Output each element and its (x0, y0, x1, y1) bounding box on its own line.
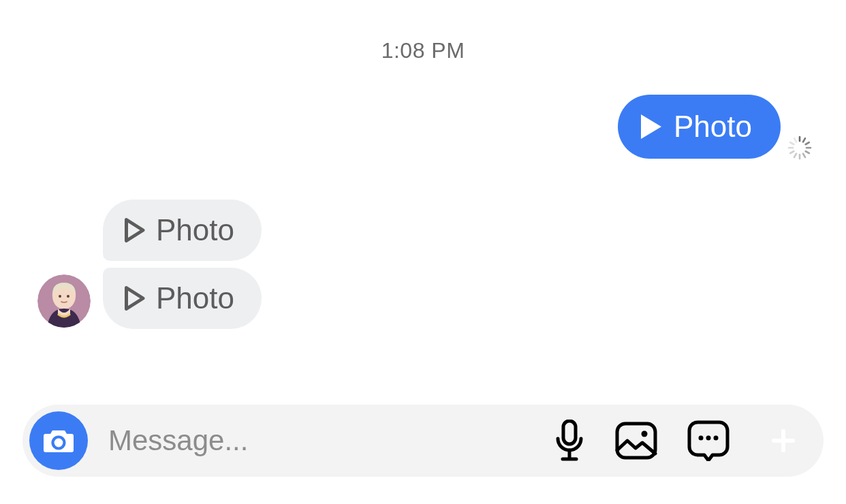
svg-point-27 (714, 436, 719, 441)
svg-marker-17 (127, 220, 144, 241)
message-input[interactable] (95, 424, 547, 457)
incoming-photo-bubble[interactable]: Photo (103, 200, 262, 261)
incoming-bubbles-stack: Photo Photo (103, 200, 262, 329)
svg-line-5 (806, 151, 809, 153)
svg-line-11 (790, 142, 794, 144)
svg-marker-0 (641, 114, 661, 139)
svg-line-6 (803, 154, 805, 157)
outgoing-photo-bubble[interactable]: Photo (618, 95, 781, 159)
svg-rect-23 (617, 424, 655, 458)
conversation-timestamp: 1:08 PM (0, 38, 846, 63)
play-icon (641, 114, 661, 139)
incoming-photo-label: Photo (156, 281, 234, 315)
image-icon (615, 422, 657, 460)
voice-button[interactable] (554, 420, 585, 462)
svg-point-24 (642, 431, 648, 437)
outgoing-photo-label: Photo (674, 110, 752, 144)
message-composer (22, 405, 824, 477)
plus-icon (771, 428, 796, 453)
svg-point-16 (67, 295, 69, 298)
svg-line-8 (794, 154, 796, 157)
incoming-photo-label: Photo (156, 213, 234, 247)
incoming-photo-bubble[interactable]: Photo (103, 268, 262, 329)
svg-line-9 (790, 151, 794, 153)
add-button[interactable] (759, 417, 807, 464)
messages-area: Photo (0, 63, 846, 390)
play-icon (125, 218, 145, 242)
camera-button[interactable] (29, 411, 88, 470)
sticker-button[interactable] (687, 420, 730, 461)
svg-line-12 (794, 138, 796, 142)
camera-icon (43, 427, 74, 454)
svg-line-2 (803, 138, 805, 142)
sending-spinner-icon (787, 136, 812, 160)
svg-rect-20 (563, 421, 576, 444)
incoming-message-group: Photo Photo (37, 200, 262, 329)
gallery-button[interactable] (615, 422, 657, 460)
sender-avatar[interactable] (37, 274, 91, 328)
svg-point-25 (699, 436, 704, 441)
svg-marker-18 (127, 288, 144, 309)
svg-point-26 (706, 436, 711, 441)
outgoing-message-row: Photo (618, 95, 812, 160)
microphone-icon (554, 420, 585, 462)
svg-point-15 (59, 295, 61, 298)
composer-actions (554, 417, 811, 464)
play-icon (125, 286, 145, 311)
sticker-icon (687, 420, 730, 461)
svg-line-3 (806, 142, 809, 144)
